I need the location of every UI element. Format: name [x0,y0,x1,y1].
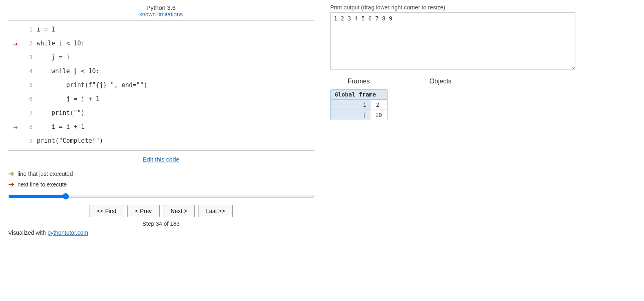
line-code-text: i = 1 [37,25,55,35]
edit-link-container: Edit this code [8,156,314,163]
step-slider-row [8,193,314,201]
red-arrow-label: next line to execute [18,181,67,188]
line-number: 2 [21,39,33,49]
frame-var-row: i2 [331,100,387,110]
line-number: 6 [21,94,33,104]
line-code-text: j = j + 1 [37,94,100,105]
code-line: ➔2while i < 10: [8,37,314,51]
line-number: 1 [21,25,33,35]
code-line: ➔4 while j < 10: [8,65,314,79]
line-code-text: print("") [37,108,85,119]
frame-var-name: i [331,100,371,110]
line-number: 7 [21,108,33,118]
green-arrow-label: line that just executed [18,171,73,177]
green-arrow-icon: ➔ [8,169,14,178]
frame-var-name: j [331,110,370,120]
line-arrow-icon: ➔ [10,37,21,51]
print-output-label: Print output (drag lower right corner to… [330,4,636,11]
print-output-box[interactable]: 1 2 3 4 5 6 7 8 9 ⌞ [330,12,575,70]
frame-var-value: 10 [370,110,387,120]
objects-header: Objects [412,78,469,85]
legend: ➔ line that just executed ➔ next line to… [8,169,314,189]
code-header: Python 3.6 known limitations [8,4,314,18]
code-line: ➔5 print(f"{j} ", end="") [8,79,314,92]
line-arrow-icon: ➔ [10,134,21,148]
global-frame-title: Global frame [331,90,387,100]
line-arrow-icon: ➔ [10,79,21,92]
code-line: ➔3 j = i [8,51,314,65]
legend-green-item: ➔ line that just executed [8,169,314,178]
line-arrow-icon: ➔ [10,120,21,134]
visualized-with-label: Visualized with [8,229,46,236]
python-version-title: Python 3.6 [8,4,314,11]
line-arrow-icon: ➔ [10,51,21,65]
code-line: ➔6 j = j + 1 [8,92,314,106]
line-arrow-icon: ➔ [10,106,21,120]
legend-red-item: ➔ next line to execute [8,180,314,189]
objects-col: Objects [412,78,469,120]
line-number: 5 [21,81,33,90]
code-line: ➔8 i = i + 1 [8,120,314,134]
code-line: ➔1i = 1 [8,23,314,37]
frame-var-value: 2 [371,100,387,110]
code-line: ➔9print("Complete!") [8,134,314,148]
visualized-by: Visualized with pythontutor.com [8,229,314,236]
prev-button[interactable]: < Prev [127,205,160,217]
known-limitations-link[interactable]: known limitations [139,11,183,18]
red-arrow-icon: ➔ [8,180,14,189]
code-area: ➔1i = 1➔2while i < 10:➔3 j = i➔4 while j… [8,20,314,151]
line-code-text: while i < 10: [37,38,85,49]
next-button[interactable]: Next > [163,205,195,217]
frame-var-row: j10 [331,110,387,120]
line-code-text: print(f"{j} ", end="") [37,80,147,91]
line-number: 4 [21,67,33,76]
line-number: 9 [21,136,33,146]
line-number: 3 [21,53,33,63]
step-slider[interactable] [8,193,314,200]
frames-objects: Frames Global frame i2j10 Objects [330,78,636,120]
resize-hint: ⌞ [571,63,574,68]
line-code-text: print("Complete!") [37,136,103,146]
line-code-text: i = i + 1 [37,122,85,133]
line-arrow-icon: ➔ [10,92,21,106]
print-output-content: 1 2 3 4 5 6 7 8 9 [334,15,392,22]
edit-this-code-link[interactable]: Edit this code [143,156,179,163]
line-number: 8 [21,122,33,132]
global-frame-box: Global frame i2j10 [330,89,388,120]
frames-header: Frames [330,78,388,85]
pythontutor-link[interactable]: pythontutor.com [47,229,88,236]
frames-col: Frames Global frame i2j10 [330,78,388,120]
line-arrow-icon: ➔ [10,65,21,79]
last-button[interactable]: Last >> [198,205,233,217]
line-arrow-icon: ➔ [10,23,21,37]
nav-buttons: << First < Prev Next > Last >> [8,205,314,217]
line-code-text: while j < 10: [37,66,100,77]
step-info: Step 34 of 183 [8,220,314,227]
code-line: ➔7 print("") [8,106,314,120]
line-code-text: j = i [37,52,70,63]
first-button[interactable]: << First [89,205,124,217]
